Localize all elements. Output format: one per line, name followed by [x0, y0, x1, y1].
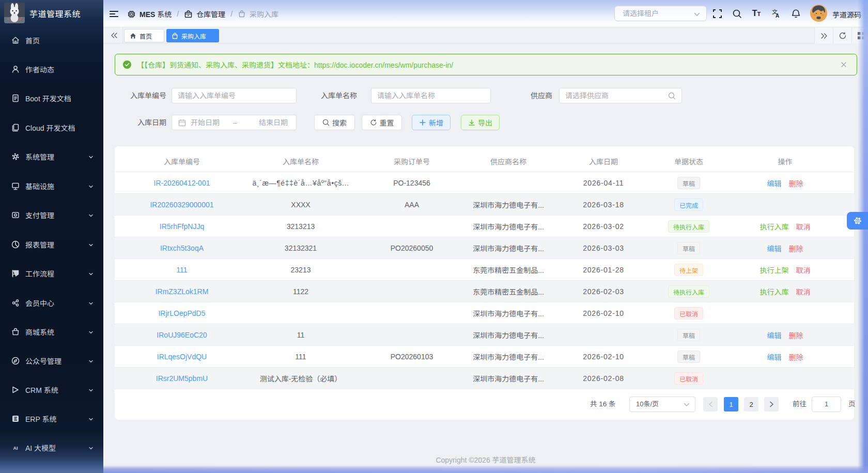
svg-text:A: A [776, 13, 779, 19]
svg-text:AI: AI [13, 446, 18, 451]
